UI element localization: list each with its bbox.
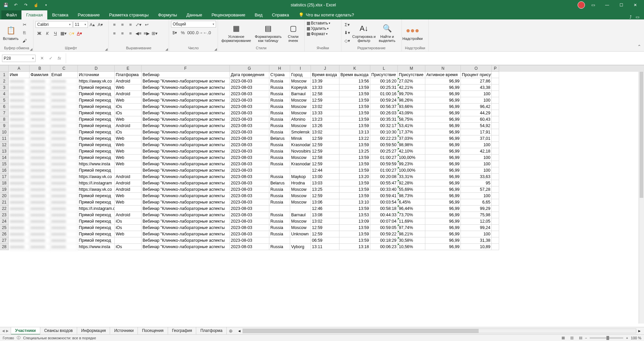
cell[interactable]: Russia <box>269 161 290 167</box>
cell[interactable]: Прямой переход <box>78 142 115 148</box>
cell[interactable] <box>492 237 499 244</box>
redo-icon[interactable]: ↷ <box>23 2 29 8</box>
touch-mode-icon[interactable]: ☝ <box>33 2 39 8</box>
cell[interactable]: 96,44% <box>398 206 425 212</box>
cell[interactable]: 13:00 <box>311 174 339 180</box>
cell[interactable]: 13:59 <box>339 161 370 167</box>
cell[interactable]: Процент присутст <box>461 72 492 78</box>
cell[interactable]: Вебинар "Клинико-лабораторные аспекты <box>142 218 230 225</box>
cell[interactable] <box>30 129 50 135</box>
cell[interactable]: 98,26% <box>398 97 425 104</box>
cell[interactable] <box>50 193 78 199</box>
row-header[interactable]: 28 <box>0 244 9 250</box>
cell[interactable]: 13:18 <box>339 244 370 250</box>
format-as-table-button[interactable]: ▤Форматировать как таблицу <box>254 21 283 45</box>
cell[interactable]: 27,02% <box>398 78 425 84</box>
cell[interactable] <box>290 167 311 174</box>
insert-function-icon[interactable]: fx <box>56 55 63 62</box>
cell[interactable]: Прямой переход <box>78 167 115 174</box>
cell[interactable]: Имя <box>9 72 30 78</box>
cell[interactable] <box>30 206 50 212</box>
cell[interactable]: 00:33:40 <box>370 186 398 193</box>
cell[interactable] <box>492 231 499 237</box>
cell[interactable]: Russia <box>269 123 290 129</box>
cell[interactable] <box>30 244 50 250</box>
cell[interactable]: 12:44 <box>311 167 339 174</box>
cell[interactable]: 13:23 <box>311 116 339 123</box>
cell[interactable]: iOs <box>115 110 142 116</box>
cell[interactable]: Novosibirsk <box>290 148 311 155</box>
cell[interactable]: 00:59:59 <box>370 161 398 167</box>
cell[interactable] <box>30 116 50 123</box>
cell[interactable]: 99,24 <box>461 225 492 231</box>
row-header[interactable]: 12 <box>0 142 9 148</box>
cell[interactable]: Moscow <box>290 104 311 110</box>
cell[interactable]: 96,99 <box>425 104 461 110</box>
cell[interactable]: https://away.vk.co <box>78 174 115 180</box>
sheet-tab[interactable]: Платформа <box>196 327 227 335</box>
cell[interactable]: Прямой переход <box>78 212 115 218</box>
cell[interactable]: Moscow <box>290 155 311 161</box>
undo-icon[interactable]: ↶ <box>13 2 19 8</box>
underline-icon[interactable]: Ч <box>52 30 59 37</box>
cell[interactable]: Город <box>290 72 311 78</box>
cell[interactable]: Вебинар "Клинико-лабораторные аспекты <box>142 135 230 142</box>
cell[interactable]: Android <box>115 78 142 84</box>
border-icon[interactable]: ▦▾ <box>60 30 67 37</box>
cell[interactable]: 100 <box>461 155 492 161</box>
cell[interactable]: 96,99 <box>425 225 461 231</box>
cell[interactable]: 2023-08-03 <box>230 237 269 244</box>
find-select-button[interactable]: 🔍Найти и выделить <box>377 21 397 45</box>
cell[interactable]: 12:59 <box>311 231 339 237</box>
zoom-in-icon[interactable]: + <box>626 336 628 340</box>
tab-review[interactable]: Рецензирование <box>207 10 250 19</box>
cell[interactable]: 96,99 <box>425 135 461 142</box>
cell[interactable]: Вебинар "Клинико-лабораторные аспекты <box>142 212 230 218</box>
cell[interactable]: 00:35:31 <box>370 116 398 123</box>
clipboard-dialog-launcher[interactable]: ◢ <box>30 47 33 51</box>
cell[interactable]: 96,99 <box>425 212 461 218</box>
cell[interactable]: Вебинар "Клинико-лабораторные аспекты <box>142 123 230 129</box>
cell[interactable] <box>30 212 50 218</box>
cell[interactable]: Вебинар "Клинико-лабораторные аспекты <box>142 91 230 97</box>
cell[interactable]: 12:59 <box>311 135 339 142</box>
cell[interactable]: 100,00% <box>398 155 425 161</box>
cell[interactable] <box>30 142 50 148</box>
number-format-combo[interactable]: Общий▾ <box>171 21 216 27</box>
sheet-tab[interactable]: Сеансы входов <box>40 327 77 335</box>
align-left-icon[interactable]: ≡ <box>111 30 118 37</box>
cell[interactable]: 12:46 <box>311 206 339 212</box>
cell[interactable] <box>50 142 78 148</box>
cell[interactable]: 2023-08-03 <box>230 180 269 186</box>
cell[interactable]: 96,99 <box>425 199 461 206</box>
cell[interactable]: Время входа <box>311 72 339 78</box>
cell[interactable]: Вебинар "Клинико-лабораторные аспекты <box>142 244 230 250</box>
cell[interactable]: 96,99 <box>425 193 461 199</box>
cell[interactable]: 13:59 <box>339 155 370 161</box>
cell[interactable]: 2023-08-03 <box>230 84 269 91</box>
cell[interactable]: 99,23% <box>398 161 425 167</box>
cell[interactable] <box>30 161 50 167</box>
cell[interactable] <box>9 218 30 225</box>
column-header[interactable]: C <box>50 65 78 72</box>
cell[interactable] <box>492 116 499 123</box>
cell[interactable]: 12:59 <box>311 148 339 155</box>
cell[interactable]: 00:59:50 <box>370 142 398 148</box>
formula-input[interactable] <box>66 53 644 63</box>
cell[interactable] <box>30 104 50 110</box>
cell[interactable] <box>492 174 499 180</box>
cell[interactable]: Moscow <box>290 225 311 231</box>
cell[interactable]: https://l.instagram.com/ <box>78 206 115 212</box>
cell[interactable]: Прямой переход <box>78 231 115 237</box>
cell[interactable] <box>50 123 78 129</box>
cell[interactable]: 100 <box>461 91 492 97</box>
cell[interactable]: Активное время <box>425 72 461 78</box>
column-header[interactable]: A <box>9 65 30 72</box>
number-dialog-launcher[interactable]: ◢ <box>214 47 217 51</box>
cell[interactable]: 96,99 <box>425 167 461 174</box>
cell[interactable] <box>50 212 78 218</box>
cell[interactable]: 00:10:30 <box>370 129 398 135</box>
cell[interactable]: Web <box>115 148 142 155</box>
cell[interactable] <box>492 97 499 104</box>
cell[interactable] <box>30 110 50 116</box>
